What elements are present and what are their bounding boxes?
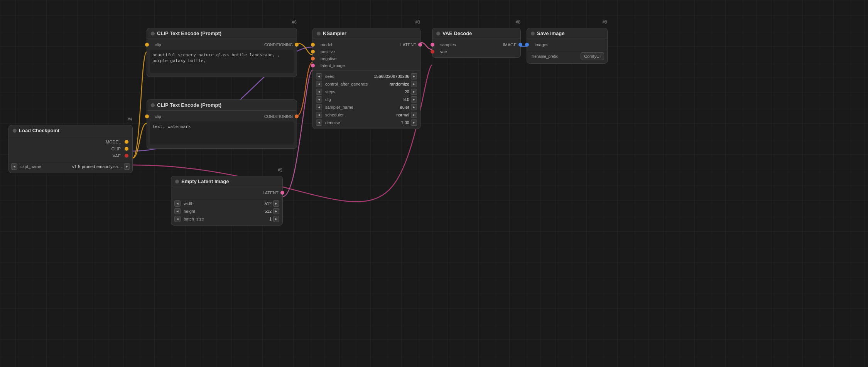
filename-prefix-label: filename_prefix [530, 54, 578, 59]
clip-text-pos-textarea[interactable]: beautiful scenery nature glass bottle la… [150, 50, 294, 73]
latent-port-out[interactable] [280, 191, 284, 195]
cfg-label: cfg [324, 97, 402, 102]
clip-text-pos-clip-port-in[interactable] [145, 43, 149, 47]
load-checkpoint-title: Load Checkpoint [19, 128, 59, 133]
batch-prev-btn[interactable]: ◄ [174, 216, 181, 222]
batch-next-btn[interactable]: ► [273, 216, 279, 222]
ksampler-latent-label: latent_image [317, 63, 345, 68]
seed-prev-btn[interactable]: ◄ [316, 73, 322, 79]
vae-decode-samples-port-in[interactable] [431, 43, 434, 47]
clip-text-pos-header: CLIP Text Encode (Prompt) [147, 28, 297, 39]
ksampler-header: KSampler [313, 28, 420, 39]
sampler-next-btn[interactable]: ► [411, 104, 417, 110]
vae-port[interactable] [125, 154, 128, 158]
seed-value: 156680208700286 [374, 74, 409, 79]
width-label: width [182, 201, 263, 206]
model-output-row: MODEL [9, 138, 132, 145]
clip-text-pos-dot [151, 32, 155, 35]
save-image-images-port-in[interactable] [525, 43, 529, 47]
height-next-btn[interactable]: ► [273, 208, 279, 214]
denoise-next-btn[interactable]: ► [411, 120, 417, 126]
vae-decode-dot [436, 32, 440, 35]
save-image-images-row: images [527, 41, 607, 48]
ksampler-model-label: model [317, 42, 332, 47]
model-label: MODEL [106, 140, 121, 144]
ksampler-positive-row: positive [313, 48, 420, 55]
denoise-label: denoise [324, 120, 400, 125]
control-after-next-btn[interactable]: ► [411, 81, 417, 87]
clip-text-neg-clip-row: clip CONDITIONING [147, 113, 297, 120]
filename-prefix-value[interactable]: ComfyUI [581, 52, 604, 60]
cfg-prev-btn[interactable]: ◄ [316, 96, 322, 103]
control-after-value: randomize [390, 82, 409, 86]
load-checkpoint-node: #4 Load Checkpoint MODEL CLIP VAE ◄ [8, 125, 133, 173]
scheduler-value: normal [396, 113, 409, 117]
batch-value: 1 [269, 217, 272, 221]
vae-decode-image-port-out[interactable] [518, 43, 522, 47]
steps-label: steps [324, 89, 403, 94]
clip-port[interactable] [125, 147, 128, 151]
width-next-btn[interactable]: ► [273, 200, 279, 207]
latent-label: LATENT [263, 190, 279, 195]
ckpt-name-label: ckpt_name [19, 164, 71, 169]
clip-text-neg-clip-port-in[interactable] [145, 114, 149, 118]
ckpt-prev-btn[interactable]: ◄ [11, 163, 17, 170]
ksampler-model-port-in[interactable] [311, 43, 315, 47]
empty-latent-title: Empty Latent Image [181, 178, 229, 184]
ckpt-name-value: v1-5-pruned-emaonly.safete... [72, 164, 122, 169]
clip-text-neg-textarea[interactable]: text, watermark [150, 121, 294, 145]
ksampler-negative-label: negative [317, 56, 337, 61]
ksampler-body: model LATENT positive negative latent_im… [313, 39, 420, 129]
width-prev-btn[interactable]: ◄ [174, 200, 181, 207]
vae-decode-vae-port-in[interactable] [431, 50, 434, 54]
clip-text-pos-clip-label: clip [151, 42, 161, 47]
clip-text-pos-cond-port-out[interactable] [295, 43, 299, 47]
denoise-control-row: ◄ denoise 1.00 ► [313, 119, 420, 126]
empty-latent-header: Empty Latent Image [171, 176, 282, 187]
node-id-4: #4 [128, 117, 132, 121]
sampler-name-row: ◄ sampler_name euler ► [313, 103, 420, 111]
denoise-prev-btn[interactable]: ◄ [316, 120, 322, 126]
clip-text-neg-cond-port-out[interactable] [295, 114, 299, 118]
vae-decode-samples-row: samples IMAGE [432, 41, 520, 48]
cfg-control-row: ◄ cfg 8.0 ► [313, 96, 420, 103]
ksampler-positive-port-in[interactable] [311, 50, 315, 54]
cfg-next-btn[interactable]: ► [411, 96, 417, 103]
clip-text-pos-clip-row: clip CONDITIONING [147, 41, 297, 48]
ksampler-latent-port-in[interactable] [311, 64, 315, 67]
control-after-label: control_after_generate [324, 82, 388, 86]
load-checkpoint-header: Load Checkpoint [9, 125, 132, 136]
node-id-6: #6 [292, 20, 297, 24]
steps-prev-btn[interactable]: ◄ [316, 89, 322, 95]
height-value: 512 [265, 209, 272, 214]
clip-text-neg-body: clip CONDITIONING text, watermark [147, 111, 297, 148]
ksampler-latent-row: latent_image [313, 62, 420, 69]
seed-next-btn[interactable]: ► [411, 73, 417, 79]
scheduler-label: scheduler [324, 113, 395, 117]
save-image-title: Save Image [537, 30, 565, 36]
vae-label: VAE [113, 153, 121, 158]
scheduler-prev-btn[interactable]: ◄ [316, 112, 322, 118]
clip-text-neg-header: CLIP Text Encode (Prompt) [147, 100, 297, 111]
vae-decode-title: VAE Decode [442, 30, 472, 36]
clip-text-pos-title: CLIP Text Encode (Prompt) [157, 30, 221, 36]
empty-latent-body: LATENT ◄ width 512 ► ◄ height 512 ► ◄ ba… [171, 187, 282, 225]
node-id-8: #8 [516, 20, 520, 24]
ksampler-latent-port-out[interactable] [418, 43, 422, 47]
control-after-prev-btn[interactable]: ◄ [316, 81, 322, 87]
clip-text-pos-body: clip CONDITIONING beautiful scenery natu… [147, 39, 297, 77]
height-prev-btn[interactable]: ◄ [174, 208, 181, 214]
steps-next-btn[interactable]: ► [411, 89, 417, 95]
height-control-row: ◄ height 512 ► [171, 207, 282, 215]
clip-label: CLIP [111, 146, 121, 151]
ckpt-row: ◄ ckpt_name v1-5-pruned-emaonly.safete..… [9, 163, 132, 170]
model-port[interactable] [125, 140, 128, 144]
ksampler-negative-port-in[interactable] [311, 57, 315, 61]
ksampler-dot [317, 32, 321, 35]
scheduler-next-btn[interactable]: ► [411, 112, 417, 118]
latent-output-row: LATENT [171, 189, 282, 196]
sampler-prev-btn[interactable]: ◄ [316, 104, 322, 110]
load-checkpoint-dot [13, 129, 17, 133]
clip-text-neg-cond-label: CONDITIONING [264, 114, 293, 119]
ckpt-next-btn[interactable]: ► [124, 163, 130, 170]
